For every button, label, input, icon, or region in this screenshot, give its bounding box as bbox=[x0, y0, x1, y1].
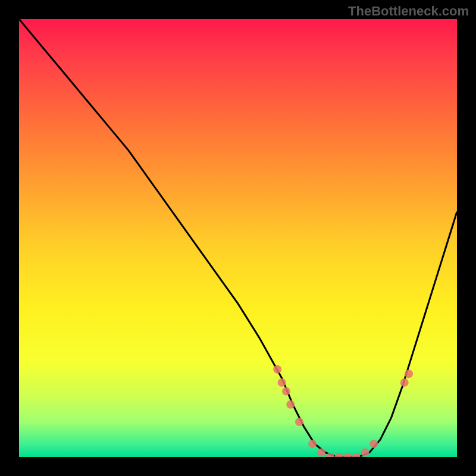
data-point bbox=[295, 418, 303, 426]
data-point bbox=[352, 453, 361, 457]
data-point bbox=[343, 453, 352, 457]
data-point bbox=[400, 378, 409, 387]
data-point bbox=[308, 440, 317, 448]
data-point bbox=[405, 369, 413, 378]
bottleneck-curve-line bbox=[19, 19, 457, 457]
data-point bbox=[317, 449, 325, 457]
chart-plot-area bbox=[19, 19, 457, 457]
chart-frame bbox=[19, 19, 457, 457]
data-point bbox=[282, 387, 290, 396]
data-point bbox=[361, 449, 369, 457]
data-point bbox=[369, 440, 378, 448]
chart-svg bbox=[19, 19, 457, 457]
highlighted-points-group bbox=[273, 365, 413, 457]
data-point bbox=[286, 400, 295, 409]
data-point bbox=[278, 378, 286, 387]
watermark-text: TheBottleneck.com bbox=[348, 4, 469, 19]
data-point bbox=[334, 453, 343, 457]
data-point bbox=[273, 365, 281, 374]
